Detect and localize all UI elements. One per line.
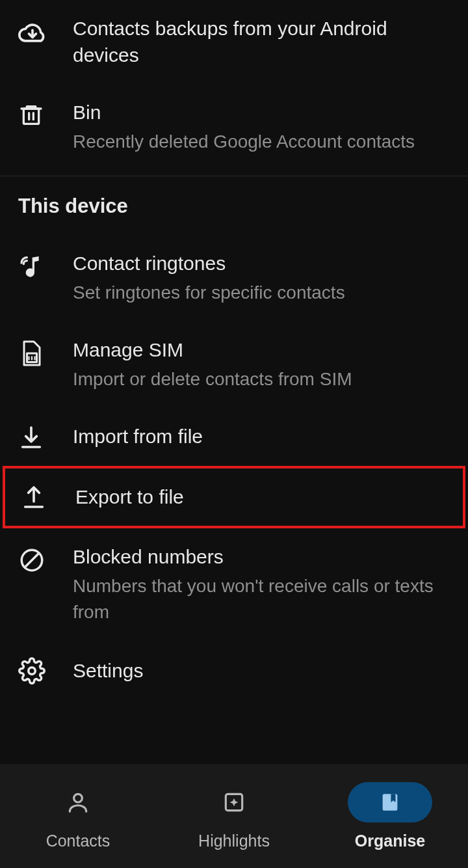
item-title: Export to file [75, 484, 447, 511]
item-manage-sim[interactable]: Manage SIM Import or delete contacts fro… [0, 321, 468, 408]
gear-icon [18, 657, 73, 685]
bookmark-tab-icon [379, 791, 401, 813]
tab-contacts[interactable]: Contacts [0, 782, 156, 850]
download-icon [18, 424, 73, 450]
block-icon [18, 544, 73, 574]
tab-organise[interactable]: Organise [312, 782, 468, 850]
tab-highlights[interactable]: Highlights [156, 782, 312, 850]
item-title: Settings [73, 658, 450, 685]
item-subtitle: Set ringtones for specific contacts [73, 280, 450, 306]
svg-rect-0 [23, 109, 38, 124]
item-title: Blocked numbers [73, 544, 450, 571]
item-title: Contact ringtones [73, 251, 450, 277]
item-subtitle: Numbers that you won't receive calls or … [73, 573, 450, 626]
nav-label: Organise [355, 832, 425, 850]
section-header-this-device: This device [0, 195, 468, 235]
svg-point-4 [74, 794, 83, 802]
ringtone-icon [18, 251, 73, 279]
item-import-from-file[interactable]: Import from file [0, 408, 468, 466]
item-bin[interactable]: Bin Recently deleted Google Account cont… [0, 84, 468, 170]
item-title: Bin [73, 100, 450, 126]
item-settings[interactable]: Settings [0, 642, 468, 700]
svg-point-3 [29, 668, 36, 675]
highlight-export-to-file: Export to file [3, 466, 465, 529]
person-icon [66, 790, 90, 815]
item-subtitle: Import or delete contacts from SIM [73, 366, 450, 393]
trash-icon [18, 100, 73, 128]
cloud-download-icon [18, 16, 73, 47]
nav-label: Contacts [46, 832, 110, 850]
item-blocked-numbers[interactable]: Blocked numbers Numbers that you won't r… [0, 528, 468, 642]
content-area: Contacts backups from your Android devic… [0, 0, 468, 764]
item-contacts-backups[interactable]: Contacts backups from your Android devic… [0, 0, 468, 84]
item-title: Contacts backups from your Android devic… [73, 16, 450, 68]
screen: Contacts backups from your Android devic… [0, 0, 468, 868]
sim-icon [18, 337, 73, 367]
item-title: Import from file [73, 424, 450, 450]
item-contact-ringtones[interactable]: Contact ringtones Set ringtones for spec… [0, 235, 468, 321]
sparkle-icon [222, 790, 246, 815]
item-subtitle: Recently deleted Google Account contacts [73, 129, 450, 156]
upload-icon [21, 484, 75, 510]
section-divider [0, 176, 468, 176]
item-export-to-file[interactable]: Export to file [5, 468, 463, 526]
item-title: Manage SIM [73, 337, 450, 364]
bottom-nav: Contacts Highlights [0, 764, 468, 868]
nav-label: Highlights [198, 832, 270, 850]
